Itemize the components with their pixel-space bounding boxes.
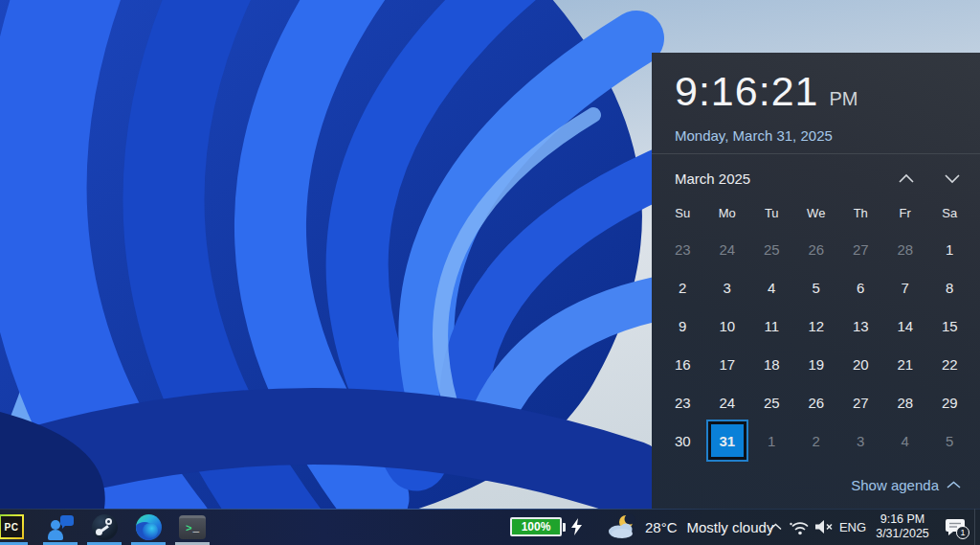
calendar-cell[interactable]: 11 <box>749 307 794 345</box>
moon-behind-cloud-icon <box>607 513 637 540</box>
show-desktop-button[interactable] <box>974 509 980 545</box>
pycharm-icon: PC <box>0 514 24 539</box>
taskbar-app-pycharm[interactable]: PC <box>0 509 29 545</box>
day-header: Su <box>660 203 705 222</box>
taskbar-app-terminal[interactable]: > _ <box>174 509 211 545</box>
tray-time: 9:16 PM <box>880 512 925 527</box>
calendar-cell[interactable]: 5 <box>794 268 839 307</box>
divider <box>652 153 980 154</box>
calendar-cell[interactable]: 1 <box>927 230 972 268</box>
volume-button[interactable] <box>812 509 836 545</box>
show-hidden-icons-button[interactable] <box>764 509 787 545</box>
chevron-up-icon <box>947 481 961 489</box>
terminal-icon: > _ <box>179 515 206 539</box>
battery-percent: 100% <box>522 520 551 534</box>
chat-person-icon <box>47 514 74 540</box>
speaker-muted-icon <box>814 519 835 534</box>
calendar-cell[interactable]: 4 <box>749 268 794 307</box>
calendar-cell[interactable]: 17 <box>705 345 750 383</box>
calendar-cell[interactable]: 18 <box>749 345 794 383</box>
clock: 9:16:21 PM <box>675 68 858 115</box>
weather-condition: Mostly cloudy <box>687 519 774 535</box>
calendar-cell[interactable]: 28 <box>883 230 928 268</box>
action-center-button[interactable]: 1 <box>936 509 974 545</box>
taskbar-app-edge[interactable] <box>130 509 167 545</box>
calendar-cell[interactable]: 3 <box>705 268 750 307</box>
battery-indicator[interactable]: 100% <box>510 509 582 545</box>
network-button[interactable] <box>787 509 812 545</box>
calendar-cell[interactable]: 4 <box>883 421 928 460</box>
calendar-cell[interactable]: 9 <box>660 307 705 345</box>
day-header: We <box>794 203 839 222</box>
language-button[interactable]: ENG <box>836 509 869 545</box>
calendar-cell[interactable]: 15 <box>927 307 972 345</box>
clock-full-date[interactable]: Monday, March 31, 2025 <box>675 127 833 144</box>
calendar-cell[interactable]: 2 <box>660 268 705 307</box>
calendar-cell[interactable]: 24 <box>705 383 750 421</box>
calendar-cell[interactable]: 14 <box>883 307 928 345</box>
day-header: Fr <box>883 203 928 222</box>
lightning-bolt-icon <box>571 518 582 535</box>
calendar-cell[interactable]: 16 <box>660 345 705 383</box>
calendar-cell[interactable]: 5 <box>927 421 972 460</box>
pycharm-icon-label: PC <box>1 516 22 537</box>
calendar-cell[interactable]: 2 <box>794 421 839 460</box>
calendar-cell[interactable]: 23 <box>660 383 705 421</box>
day-header: Tu <box>749 203 794 222</box>
chevron-up-icon <box>898 173 915 184</box>
weather-widget[interactable]: 28°C Mostly cloudy <box>607 509 773 545</box>
calendar-cell[interactable]: 10 <box>705 307 750 345</box>
calendar-grid: 2324252627281234567891011121314151617181… <box>660 230 972 460</box>
calendar-cell[interactable]: 27 <box>838 383 883 421</box>
calendar-cell[interactable]: 21 <box>883 345 928 383</box>
calendar-cell[interactable]: 28 <box>883 383 928 421</box>
calendar-cell[interactable]: 6 <box>838 268 883 307</box>
battery-tip <box>563 523 566 532</box>
chevron-up-icon <box>769 523 782 531</box>
calendar-cell[interactable]: 13 <box>838 307 883 345</box>
day-header: Th <box>838 203 883 222</box>
calendar-prev-button[interactable] <box>898 172 915 184</box>
clock-calendar-flyout: 9:16:21 PM Monday, March 31, 2025 March … <box>652 53 980 509</box>
calendar-cell[interactable]: 25 <box>749 230 794 268</box>
notification-count-badge: 1 <box>956 526 969 539</box>
taskbar-apps: PC > <box>0 509 218 545</box>
steam-icon <box>92 514 118 540</box>
taskbar-app-steam[interactable] <box>86 509 122 545</box>
calendar-cell[interactable]: 25 <box>749 383 794 421</box>
calendar-cell[interactable]: 30 <box>660 421 705 460</box>
tray-date: 3/31/2025 <box>876 527 929 541</box>
calendar-cell[interactable]: 8 <box>927 268 972 307</box>
show-agenda-label: Show agenda <box>851 477 939 493</box>
calendar-cell[interactable]: 19 <box>794 345 839 383</box>
calendar-cell[interactable]: 23 <box>660 230 705 268</box>
calendar-cell[interactable]: 26 <box>794 383 839 421</box>
wifi-icon <box>789 519 810 535</box>
calendar-cell[interactable]: 26 <box>794 230 839 268</box>
calendar-month-label[interactable]: March 2025 <box>675 170 750 187</box>
calendar-next-button[interactable] <box>944 172 961 184</box>
calendar-cell[interactable]: 22 <box>927 345 972 383</box>
calendar-cell[interactable]: 27 <box>838 230 883 268</box>
desktop: 9:16:21 PM Monday, March 31, 2025 March … <box>0 0 980 545</box>
show-agenda-button[interactable]: Show agenda <box>851 477 961 493</box>
battery-icon: 100% <box>510 517 562 536</box>
calendar-day-headers: SuMoTuWeThFrSa <box>660 203 972 222</box>
taskbar-app-chat[interactable] <box>42 509 78 545</box>
calendar-cell-today[interactable]: 31 <box>711 424 744 457</box>
calendar-cell[interactable]: 1 <box>749 421 794 460</box>
calendar-cell[interactable]: 12 <box>794 307 839 345</box>
edge-icon <box>136 514 162 540</box>
tray-clock-button[interactable]: 9:16 PM 3/31/2025 <box>869 509 936 545</box>
calendar-cell[interactable]: 24 <box>705 230 750 268</box>
clock-meridiem: PM <box>829 88 858 110</box>
calendar-cell[interactable]: 7 <box>883 268 928 307</box>
calendar-cell[interactable]: 29 <box>927 383 972 421</box>
weather-temperature: 28°C <box>645 519 678 535</box>
day-header: Sa <box>927 203 972 222</box>
calendar-cell[interactable]: 20 <box>838 345 883 383</box>
clock-time: 9:16:21 <box>675 68 818 115</box>
calendar-cell[interactable]: 3 <box>838 421 883 460</box>
taskbar: PC > <box>0 509 980 545</box>
day-header: Mo <box>705 203 750 222</box>
